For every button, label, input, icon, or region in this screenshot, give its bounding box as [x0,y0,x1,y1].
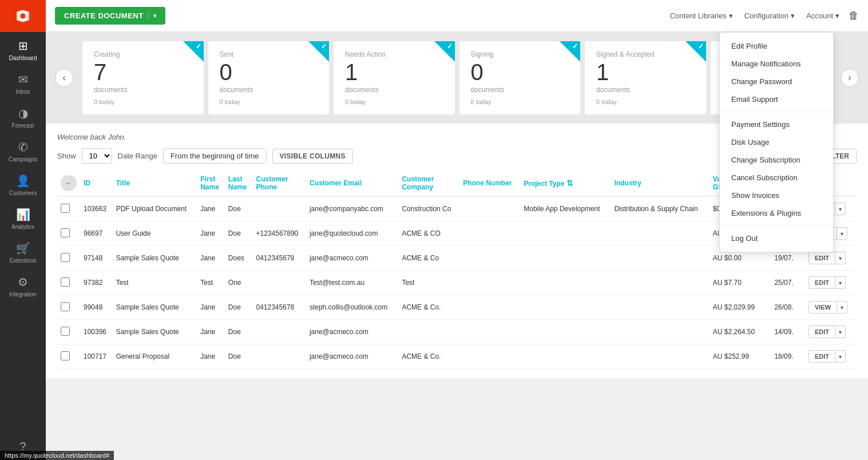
row-checkbox[interactable] [61,351,70,360]
row-action-dropdown[interactable]: ▾ [835,350,846,363]
row-action-button[interactable]: EDIT [808,276,835,289]
table-back-button[interactable]: ← [61,175,77,191]
sidebar-label-inbox: Inbox [16,89,30,95]
row-action-button[interactable]: EDIT [808,252,835,264]
trash-button[interactable]: 🗑 [849,10,859,22]
cell-company: ACME & CO [398,221,459,246]
cell-project-type [520,344,611,369]
sidebar-logo[interactable] [0,0,46,32]
col-phone-number[interactable]: Phone Number [459,170,520,196]
row-action-dropdown[interactable]: ▾ [835,252,846,264]
col-customer-email[interactable]: Customer Email [306,170,398,196]
col-project-type[interactable]: Project Type ⇅ [520,170,611,196]
create-doc-arrow: ▾ [148,13,157,19]
col-title[interactable]: Title [113,170,197,196]
dropdown-payment-settings[interactable]: Payment Settings [720,116,833,133]
nav-content-libraries[interactable]: Content Libraries ▾ [670,11,733,20]
dropdown-cancel-subscription[interactable]: Cancel Subscription [720,169,833,187]
row-checkbox[interactable] [61,228,70,237]
cell-phone: 0412345678 [253,295,306,320]
sidebar-label-extentions: Extentions [10,257,37,264]
col-customer-company[interactable]: CustomerCompany [398,170,459,196]
sidebar-item-forecast[interactable]: ◑ Forecast [0,100,46,133]
stat-value-creating: 7 [94,61,192,84]
dropdown-change-subscription[interactable]: Change Subscription [720,151,833,169]
stat-card-needs-action: Needs Action 1 documents 0 today [334,41,455,114]
row-action-button[interactable]: VIEW [808,301,837,314]
cell-phone [253,320,306,344]
cell-company: Construction Co [398,196,459,221]
row-checkbox[interactable] [61,302,70,311]
cell-company: ACME & Co. [398,344,459,369]
cell-phone [253,196,306,221]
row-action-dropdown[interactable]: ▾ [835,203,846,215]
stats-next-button[interactable]: › [841,69,859,87]
nav-account[interactable]: Account ▾ [806,11,839,20]
cell-id: 97148 [80,246,113,271]
col-id[interactable]: ID [80,170,113,196]
row-checkbox[interactable] [61,204,70,213]
visible-columns-button[interactable]: VISIBLE COLUMNS [272,149,353,164]
create-document-button[interactable]: CREATE DOCUMENT ▾ [55,7,165,25]
stat-badge-signed-accepted [685,41,706,62]
date-range-label: Date Range [118,152,157,160]
date-range-button[interactable]: From the beginning of time [163,148,267,164]
dropdown-log-out[interactable]: Log Out [720,229,833,247]
row-action-dropdown[interactable]: ▾ [837,301,847,314]
stat-label-creating: Creating [94,50,192,58]
row-action-dropdown[interactable]: ▾ [835,276,846,289]
sidebar-item-extentions[interactable]: 🛒 Extentions [0,235,46,268]
stat-unit-creating: documents [94,86,192,94]
inbox-icon: ✉ [18,73,28,86]
cell-id: 100396 [80,320,113,344]
campaigns-icon: ✆ [18,140,28,154]
cell-last-name: Doe [225,221,253,246]
dropdown-extensions-plugins[interactable]: Extensions & Plugins [720,204,833,222]
nav-configuration[interactable]: Configuration ▾ [744,11,795,20]
col-industry[interactable]: Industry [611,170,710,196]
col-customer-phone[interactable]: CustomerPhone [253,170,306,196]
cell-project-type [520,295,611,320]
stat-card-creating: Creating 7 documents 0 today [82,41,204,114]
row-action-dropdown[interactable]: ▾ [837,227,847,240]
dropdown-show-invoices[interactable]: Show Invoices [720,187,833,204]
sidebar-item-dashboard[interactable]: ⊞ Dashboard [0,32,46,66]
table-row: 100717 General Proposal Jane Doe jane@ac… [57,344,857,369]
sidebar-item-inbox[interactable]: ✉ Inbox [0,66,46,100]
cell-first-name: Jane [197,246,225,271]
cell-action: VIEW ▾ [805,295,857,320]
dropdown-manage-notifications[interactable]: Manage Notifications [720,55,833,73]
stat-badge-creating [183,41,204,62]
row-checkbox[interactable] [61,327,70,336]
cell-company: Test [398,271,459,295]
col-last-name[interactable]: LastName [225,170,253,196]
sidebar-item-campaigns[interactable]: ✆ Campaigns [0,133,46,167]
dropdown-email-support[interactable]: Email Support [720,90,833,108]
cell-phone2 [459,196,520,221]
cell-last-name: Doe [225,320,253,344]
cell-industry [611,320,710,344]
row-action-button[interactable]: EDIT [808,326,835,338]
sidebar-item-customers[interactable]: 👤 Customers [0,167,46,201]
row-checkbox[interactable] [61,253,70,262]
row-action-dropdown[interactable]: ▾ [835,326,846,338]
row-checkbox[interactable] [61,277,70,287]
row-action-button[interactable]: EDIT [808,350,835,363]
dropdown-edit-profile[interactable]: Edit Profile [720,37,833,55]
sidebar-item-analytics[interactable]: 📊 Analytics [0,201,46,235]
content-libraries-label: Content Libraries [670,11,727,20]
account-dropdown-menu: Edit Profile Manage Notifications Change… [719,32,834,252]
dropdown-disk-usage[interactable]: Disk Usage [720,133,833,151]
stat-unit-signing: documents [471,86,569,94]
dropdown-change-password[interactable]: Change Password [720,73,833,90]
cell-action: EDIT ▾ [805,271,857,295]
sidebar-item-integration[interactable]: ⚙ Integration [0,268,46,302]
stats-prev-button[interactable]: ‹ [55,69,73,87]
sidebar-label-campaigns: Campaigns [9,156,38,162]
col-first-name[interactable]: FirstName [197,170,225,196]
stat-today-signing: 0 today [471,98,569,105]
cell-first-name: Jane [197,320,225,344]
cell-email: jane@companyabc.com [306,196,398,221]
show-select[interactable]: 10 25 50 [82,148,112,164]
create-doc-label: CREATE DOCUMENT [64,11,144,20]
